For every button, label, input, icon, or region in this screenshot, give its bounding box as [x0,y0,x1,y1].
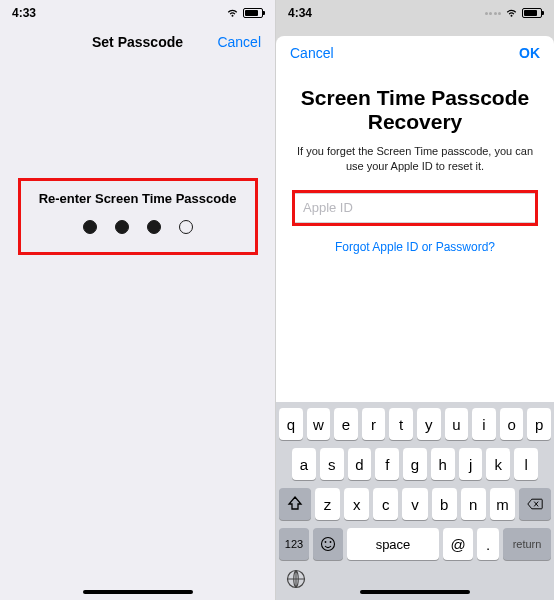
key-i[interactable]: i [472,408,496,440]
home-indicator[interactable] [360,590,470,594]
key-m[interactable]: m [490,488,515,520]
battery-icon [243,8,263,18]
pin-dot-2 [115,220,129,234]
set-passcode-screen: 4:33 Set Passcode Cancel Re-enter Screen… [0,0,276,600]
apple-id-input[interactable] [295,193,535,223]
numbers-key[interactable]: 123 [279,528,309,560]
key-e[interactable]: e [334,408,358,440]
key-h[interactable]: h [431,448,455,480]
key-w[interactable]: w [307,408,331,440]
wifi-icon [226,8,239,18]
emoji-icon [320,536,336,552]
status-time: 4:33 [12,6,36,20]
key-k[interactable]: k [486,448,510,480]
status-indicators [485,8,543,18]
key-v[interactable]: v [402,488,427,520]
svg-point-2 [330,541,332,543]
key-d[interactable]: d [348,448,372,480]
key-y[interactable]: y [417,408,441,440]
delete-key[interactable] [519,488,551,520]
shift-key[interactable] [279,488,311,520]
key-n[interactable]: n [461,488,486,520]
passcode-content: Re-enter Screen Time Passcode [0,58,275,600]
pin-dot-4 [179,220,193,234]
keyboard: qwertyuiop asdfghjkl zxcvbnm 123 space @… [276,402,554,600]
key-x[interactable]: x [344,488,369,520]
sheet-nav: Cancel OK [276,36,554,70]
forgot-link[interactable]: Forgot Apple ID or Password? [335,240,495,254]
pin-dot-3 [147,220,161,234]
key-t[interactable]: t [389,408,413,440]
svg-point-0 [322,538,335,551]
sheet-subtitle: If you forget the Screen Time passcode, … [292,144,538,174]
return-key[interactable]: return [503,528,551,560]
key-z[interactable]: z [315,488,340,520]
shift-icon [287,496,303,512]
key-r[interactable]: r [362,408,386,440]
key-j[interactable]: j [459,448,483,480]
at-key[interactable]: @ [443,528,473,560]
cancel-button[interactable]: Cancel [290,45,334,61]
status-indicators [226,8,263,18]
emoji-key[interactable] [313,528,343,560]
passcode-prompt: Re-enter Screen Time Passcode [39,191,237,206]
nav-title: Set Passcode [92,34,183,50]
ok-button[interactable]: OK [519,45,540,61]
home-indicator[interactable] [83,590,193,594]
key-a[interactable]: a [292,448,316,480]
recovery-sheet: Cancel OK Screen Time Passcode Recovery … [276,36,554,600]
status-bar: 4:34 [276,0,554,26]
sheet-title: Screen Time Passcode Recovery [292,86,538,134]
passcode-dots [83,220,193,234]
recovery-screen: 4:34 Cancel OK Screen Time Passcode Reco… [276,0,554,600]
nav-bar: Set Passcode Cancel [0,26,275,58]
period-key[interactable]: . [477,528,499,560]
delete-icon [527,496,543,512]
key-c[interactable]: c [373,488,398,520]
highlight-box: Re-enter Screen Time Passcode [18,178,258,255]
status-bar: 4:33 [0,0,275,26]
key-l[interactable]: l [514,448,538,480]
battery-icon [522,8,542,18]
signal-icon [485,12,502,15]
key-u[interactable]: u [445,408,469,440]
key-q[interactable]: q [279,408,303,440]
key-p[interactable]: p [527,408,551,440]
key-f[interactable]: f [375,448,399,480]
key-o[interactable]: o [500,408,524,440]
svg-point-1 [325,541,327,543]
space-key[interactable]: space [347,528,439,560]
key-b[interactable]: b [432,488,457,520]
status-time: 4:34 [288,6,312,20]
pin-dot-1 [83,220,97,234]
key-g[interactable]: g [403,448,427,480]
highlight-box [292,190,538,226]
globe-icon[interactable] [285,568,307,590]
wifi-icon [505,8,518,18]
cancel-button[interactable]: Cancel [217,34,261,50]
key-s[interactable]: s [320,448,344,480]
sheet-body: Screen Time Passcode Recovery If you for… [276,70,554,254]
